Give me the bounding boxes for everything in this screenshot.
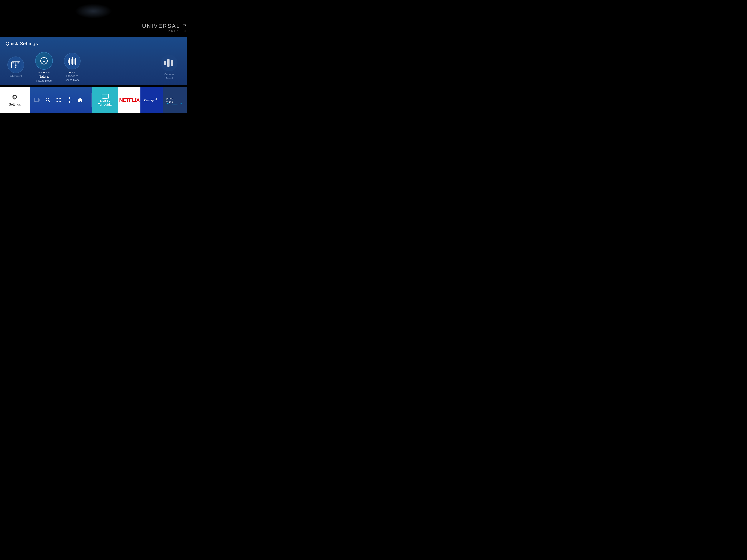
settings-label: Settings	[9, 103, 21, 106]
settings-icons-area: e e-Manual	[5, 50, 181, 85]
svg-rect-10	[74, 59, 75, 64]
dot-1	[38, 72, 40, 73]
svg-marker-25	[78, 98, 83, 102]
natural-circle-icon	[39, 56, 49, 66]
svg-point-24	[68, 99, 71, 102]
dot-5	[48, 72, 49, 73]
svg-rect-13	[167, 59, 170, 67]
sound-mode-icon-circle	[64, 53, 81, 70]
app-tiles-row: Live TV Terrestrial NETFLIX Disney + pri…	[92, 87, 187, 113]
book-icon: e	[11, 61, 20, 69]
sound-dot-1-active	[69, 72, 71, 73]
sound-output-icon	[161, 55, 178, 71]
picture-mode-sublabel: Picture Mode	[36, 79, 52, 82]
watermark-line2: PRESEN	[142, 29, 187, 33]
sound-dot-2	[72, 72, 73, 73]
svg-line-19	[49, 101, 50, 102]
svg-text:+: +	[155, 97, 157, 101]
top-background: UNIVERSAL P PRESEN	[0, 0, 187, 37]
svg-text:prime: prime	[166, 97, 174, 100]
picture-mode-icon-circle	[35, 52, 53, 70]
svg-text:video: video	[166, 101, 173, 103]
dot-4	[46, 72, 47, 73]
home-icon[interactable]	[77, 97, 83, 103]
apps-icon[interactable]	[56, 97, 61, 103]
taskbar-divider	[91, 92, 92, 107]
svg-text:Disney: Disney	[144, 99, 154, 102]
prime-logo: prime video	[165, 96, 184, 105]
taskbar-icons-area	[30, 97, 91, 103]
quick-settings-title: Quick Settings	[5, 41, 181, 47]
svg-point-20	[56, 98, 58, 99]
svg-rect-9	[72, 57, 73, 65]
svg-marker-16	[39, 99, 40, 101]
svg-point-22	[56, 101, 58, 102]
sound-mode-dots	[69, 72, 75, 73]
svg-rect-6	[68, 59, 69, 63]
svg-point-5	[43, 60, 45, 62]
svg-text:e: e	[15, 63, 16, 66]
netflix-tile[interactable]: NETFLIX	[118, 87, 140, 113]
ambient-icon[interactable]	[67, 97, 72, 103]
quick-settings-panel: Quick Settings	[0, 37, 187, 85]
svg-rect-11	[75, 58, 76, 64]
picture-mode-label: Natural	[38, 75, 49, 79]
setting-item-picture-mode[interactable]: Natural Picture Mode	[35, 52, 53, 82]
svg-point-4	[41, 58, 47, 64]
prime-tile[interactable]: prime video	[163, 87, 187, 113]
svg-point-21	[59, 98, 61, 99]
emanual-label: e-Manual	[10, 75, 22, 78]
live-tv-icon	[102, 94, 109, 99]
settings-gear-icon: ⚙	[12, 93, 18, 101]
dot-3-active	[43, 72, 45, 73]
universal-watermark: UNIVERSAL P PRESEN	[142, 22, 187, 33]
reflection-effect	[75, 4, 112, 19]
sound-output-sublabel: Sound	[165, 77, 173, 80]
sound-dot-3	[74, 72, 75, 73]
setting-item-sound-output[interactable]: Receive Sound	[161, 55, 178, 80]
setting-item-sound-mode[interactable]: Standard Sound Mode	[64, 53, 81, 81]
svg-point-2	[16, 67, 16, 68]
sound-output-partial-circle	[161, 55, 178, 71]
taskbar: ⚙ Settings	[0, 87, 187, 113]
picture-mode-dots	[38, 72, 49, 73]
live-tv-label: Live TV Terrestrial	[98, 99, 112, 106]
sound-output-label: Receive	[164, 73, 175, 76]
settings-icons-row: e e-Manual	[5, 50, 181, 82]
netflix-logo: NETFLIX	[119, 97, 139, 103]
svg-point-23	[59, 101, 61, 102]
svg-rect-15	[34, 98, 39, 101]
dot-2	[41, 72, 42, 73]
svg-rect-26	[102, 94, 108, 98]
watermark-line1: UNIVERSAL P	[142, 22, 187, 29]
search-icon[interactable]	[45, 97, 51, 103]
live-tv-tile[interactable]: Live TV Terrestrial	[92, 87, 118, 113]
sound-waves-icon	[67, 56, 78, 66]
source-input-icon[interactable]	[34, 98, 40, 103]
setting-item-emanual[interactable]: e e-Manual	[7, 56, 24, 78]
svg-rect-7	[69, 58, 70, 64]
sound-mode-sublabel: Sound Mode	[65, 79, 79, 81]
disney-logo: Disney +	[143, 96, 160, 105]
svg-rect-8	[71, 59, 72, 64]
settings-tile[interactable]: ⚙ Settings	[0, 87, 30, 113]
sound-mode-label: Standard	[66, 75, 78, 78]
disney-tile[interactable]: Disney +	[140, 87, 163, 113]
svg-rect-12	[163, 61, 166, 65]
emanual-icon-circle: e	[7, 56, 24, 73]
svg-rect-14	[171, 60, 173, 66]
